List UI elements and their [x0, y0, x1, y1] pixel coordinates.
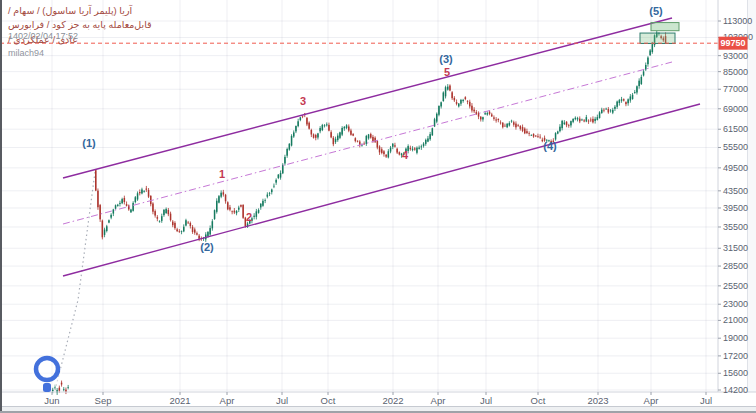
last-price-badge[interactable]: 99750 [719, 37, 748, 50]
price-tick-label: 85000 [723, 67, 748, 77]
price-tick-label: 31500 [723, 243, 748, 253]
wave-label-primary-1[interactable]: (1) [82, 137, 96, 149]
time-tick-label: Oct [531, 395, 546, 406]
wave-label-primary-5[interactable]: (5) [649, 5, 663, 17]
price-tick-label: 17200 [723, 351, 748, 361]
price-tick-label: 55500 [723, 142, 748, 152]
supply-zone-2[interactable] [640, 33, 675, 43]
price-tick-label: 93000 [723, 51, 748, 61]
chart-timestamp: 1402/02/04 17:52 [8, 31, 78, 41]
price-tick-label: 69000 [723, 104, 748, 114]
time-axis[interactable]: JunSep2021AprJulOct2022AprJulOct2023AprJ… [44, 392, 712, 406]
wave-label-primary-3[interactable]: (3) [439, 53, 453, 65]
price-tick-label: 43500 [723, 186, 748, 196]
wave-label-minor-5[interactable]: 5 [444, 66, 450, 78]
symbol-description-line1: آریا (پلیمر آریا ساسول) / سهام / قابل‌مع… [8, 5, 152, 30]
last-price-value: 99750 [720, 38, 745, 48]
price-tick-label: 77000 [723, 84, 748, 94]
axis-margin [747, 0, 756, 392]
time-tick-label: 2023 [587, 395, 608, 406]
time-tick-label: Jul [480, 395, 492, 406]
price-tick-label: 14200 [723, 385, 748, 395]
time-tick-label: Sep [95, 395, 112, 406]
channel-lower-line[interactable] [63, 104, 700, 276]
platform-logo-icon [31, 352, 65, 396]
wave-label-primary-2[interactable]: (2) [200, 241, 214, 253]
candles-layer [52, 31, 666, 395]
time-tick-label: Oct [321, 395, 336, 406]
author-watermark: milach94 [8, 48, 44, 58]
price-tick-label: 23000 [723, 299, 748, 309]
price-axis[interactable]: 1130001030009300085000770006900061500555… [718, 16, 753, 395]
candlestick-chart-canvas[interactable]: 1130001030009300085000770006900061500555… [0, 0, 756, 413]
time-tick-label: Jul [276, 395, 288, 406]
wave-label-minor-1[interactable]: 1 [219, 168, 225, 180]
wave-label-minor-3[interactable]: 3 [300, 95, 306, 107]
time-tick-label: Apr [220, 395, 235, 406]
chart-window: 1130001030009300085000770006900061500555… [0, 0, 756, 413]
time-tick-label: Jun [44, 395, 59, 406]
time-tick-label: 2022 [382, 395, 403, 406]
time-tick-label: Jul [700, 395, 712, 406]
price-tick-label: 49500 [723, 163, 748, 173]
price-tick-label: 35500 [723, 222, 748, 232]
wave-label-minor-4[interactable]: 4 [402, 149, 409, 161]
time-tick-label: Apr [431, 395, 446, 406]
wave-label-primary-4[interactable]: (4) [543, 140, 557, 152]
price-tick-label: 113000 [723, 16, 752, 26]
price-tick-label: 25500 [723, 281, 748, 291]
time-tick-label: 2021 [169, 395, 190, 406]
price-tick-label: 15600 [723, 368, 748, 378]
price-tick-label: 21000 [723, 315, 748, 325]
wave-label-minor-2[interactable]: 2 [246, 211, 252, 223]
price-tick-label: 61500 [723, 124, 748, 134]
window-left-edge [0, 0, 2, 413]
price-tick-label: 39500 [723, 203, 748, 213]
supply-zone-1[interactable] [651, 23, 679, 31]
price-tick-label: 19000 [723, 333, 748, 343]
channel-median-line[interactable] [63, 62, 672, 224]
price-tick-label: 28500 [723, 261, 748, 271]
time-tick-label: Apr [644, 395, 659, 406]
